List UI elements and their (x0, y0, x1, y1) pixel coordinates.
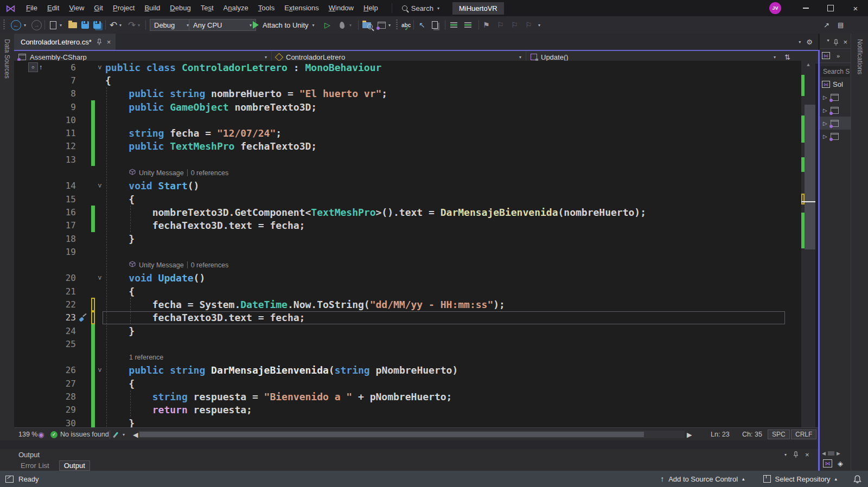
panel-dropdown[interactable]: ▾ (784, 452, 787, 457)
vertical-scrollbar[interactable] (801, 61, 815, 427)
solution-tree-item[interactable]: ▷ (820, 117, 851, 130)
code-line[interactable]: { (105, 74, 801, 87)
add-to-source-control-button[interactable]: Add to Source Control (668, 475, 738, 483)
navigate-forward-button[interactable]: → (31, 16, 42, 34)
menu-item-build[interactable]: Build (139, 0, 165, 16)
code-line[interactable]: { (105, 193, 801, 206)
undo-dropdown[interactable]: ▾ (119, 16, 122, 34)
toggle-bookmark-button[interactable]: ⚑ (483, 16, 490, 34)
find-in-files-button[interactable] (362, 16, 373, 34)
solution-platform-dropdown[interactable]: Any CPU ▾ (189, 19, 256, 31)
close-panel-icon[interactable]: × (805, 451, 809, 459)
project-chip[interactable]: MiHuertoVR (452, 2, 504, 15)
toolbar-drag-handle[interactable] (3, 20, 5, 30)
code-line[interactable]: public TextMeshPro fechaTexto3D; (105, 140, 801, 153)
menu-item-debug[interactable]: Debug (165, 0, 195, 16)
tab-list-dropdown[interactable]: ▾ (799, 40, 801, 44)
tab-error-list[interactable]: Error List (16, 461, 54, 470)
next-bookmark-button[interactable]: ⚐ (511, 16, 518, 34)
codelens-indicator[interactable]: 1 reference (105, 351, 801, 364)
pin-icon[interactable] (97, 39, 102, 45)
codelens-indicator[interactable]: Unity Message0 references (105, 166, 801, 179)
maximize-button[interactable] (818, 0, 843, 16)
line-indicator[interactable]: Ln: 23 (711, 428, 730, 441)
scroll-right-arrow[interactable]: ▶ (687, 428, 692, 441)
pin-icon[interactable] (833, 38, 839, 46)
code-line[interactable]: string respuesta = "Bienvenido a " + pNo… (105, 390, 801, 403)
code-line[interactable]: public GameObject nombreTexto3D; (105, 100, 801, 113)
close-button[interactable]: × (843, 0, 868, 16)
menu-item-file[interactable]: File (21, 0, 42, 16)
menu-item-extensions[interactable]: Extensions (279, 0, 324, 16)
code-line[interactable] (105, 337, 801, 350)
menu-item-tools[interactable]: Tools (253, 0, 279, 16)
code-line[interactable]: void Update() (105, 272, 801, 285)
menu-item-project[interactable]: Project (108, 0, 139, 16)
solution-explorer-dropdown[interactable]: ▾ (388, 16, 391, 34)
indent-button[interactable] (464, 16, 471, 34)
tab-output[interactable]: Output (59, 460, 90, 471)
notifications-bell-icon[interactable] (853, 475, 861, 483)
select-pointer-button[interactable]: ↖ (419, 16, 425, 34)
more-tools-icon[interactable]: » (837, 53, 840, 59)
attach-to-unity-button[interactable]: Attach to Unity ▾ (253, 16, 315, 34)
solution-explorer-icon[interactable]: ⋈ (823, 459, 832, 467)
code-line[interactable] (105, 113, 801, 126)
references-count[interactable]: 1 reference (129, 354, 163, 361)
save-all-button[interactable] (93, 16, 101, 34)
panel-dropdown[interactable]: ▾ (827, 38, 829, 46)
code-line[interactable]: } (105, 324, 801, 337)
horizontal-scrollbar-thumb[interactable] (139, 432, 644, 437)
close-panel-icon[interactable]: × (843, 38, 847, 46)
codelens-indicator[interactable]: Unity Message0 references (105, 258, 801, 271)
intellicode-icon[interactable]: ◉ (38, 428, 44, 441)
panel-horizontal-scrollbar[interactable]: ◀ ▶ (820, 450, 851, 457)
modified-indicator-icon[interactable]: ○↑ (28, 62, 42, 72)
pin-icon[interactable] (793, 451, 799, 458)
code-line[interactable] (105, 153, 801, 166)
clear-bookmarks-button[interactable]: ⚐ (525, 16, 532, 34)
scroll-right-arrow[interactable]: ▶ (837, 451, 840, 456)
minimize-button[interactable] (793, 0, 818, 16)
menu-item-git[interactable]: Git (89, 0, 108, 16)
new-project-dropdown[interactable]: ▾ (60, 16, 62, 34)
new-project-button[interactable] (50, 16, 56, 34)
navigate-back-button[interactable]: ← (11, 16, 21, 34)
git-changes-icon[interactable]: ◈ (838, 459, 843, 467)
spell-checker-button[interactable]: abc (401, 16, 411, 34)
scroll-left-arrow[interactable]: ◀ (822, 451, 826, 456)
space-indicator[interactable]: SPC (768, 428, 790, 441)
start-without-debugging-button[interactable]: ▷ (324, 16, 330, 34)
toolbar-overflow-dropdown[interactable]: ▾ (538, 16, 540, 34)
code-line[interactable]: public string nombreHuerto = "El huerto … (105, 87, 801, 100)
code-editor[interactable]: ○↑6>public class ControladorLetrero : Mo… (14, 61, 801, 427)
hot-reload-dropdown[interactable]: ▾ (349, 16, 352, 34)
switch-views-icon[interactable]: ⋈ (822, 52, 830, 59)
code-line[interactable]: fecha = System.DateTime.Now.ToString("dd… (105, 298, 801, 311)
code-line[interactable]: public class ControladorLetrero : MonoBe… (105, 61, 801, 74)
menu-item-test[interactable]: Test (196, 0, 219, 16)
code-line[interactable]: } (105, 416, 801, 427)
expand-chevron-icon[interactable]: ▷ (823, 133, 827, 139)
feedback-icon[interactable]: ▤ (838, 16, 844, 34)
hot-reload-button[interactable] (340, 16, 344, 34)
editor-options-gear-icon[interactable]: ⚙ (806, 38, 813, 46)
panel-splitter[interactable] (0, 440, 818, 449)
code-line[interactable]: return respuesta; (105, 403, 801, 416)
line-ending-indicator[interactable]: CRLF (791, 428, 816, 441)
code-line[interactable]: } (105, 232, 801, 245)
references-count[interactable]: 0 references (191, 261, 228, 269)
solution-tree-item[interactable]: ▷ (820, 104, 851, 117)
expand-chevron-icon[interactable]: ▷ (823, 107, 827, 113)
copy-lines-button[interactable] (432, 16, 438, 34)
menu-item-help[interactable]: Help (359, 0, 383, 16)
menu-item-edit[interactable]: Edit (42, 0, 64, 16)
solution-configuration-dropdown[interactable]: Debug ▾ (150, 19, 193, 31)
scroll-left-arrow[interactable]: ◀ (133, 428, 138, 441)
menu-item-view[interactable]: View (64, 0, 89, 16)
solution-node[interactable]: ⋈ Sol (820, 77, 851, 91)
close-tab-icon[interactable]: × (107, 38, 111, 46)
quick-actions-icon[interactable] (79, 313, 87, 322)
document-health-indicator[interactable]: ✓ No issues found (50, 428, 109, 441)
redo-dropdown[interactable]: ▾ (138, 16, 140, 34)
